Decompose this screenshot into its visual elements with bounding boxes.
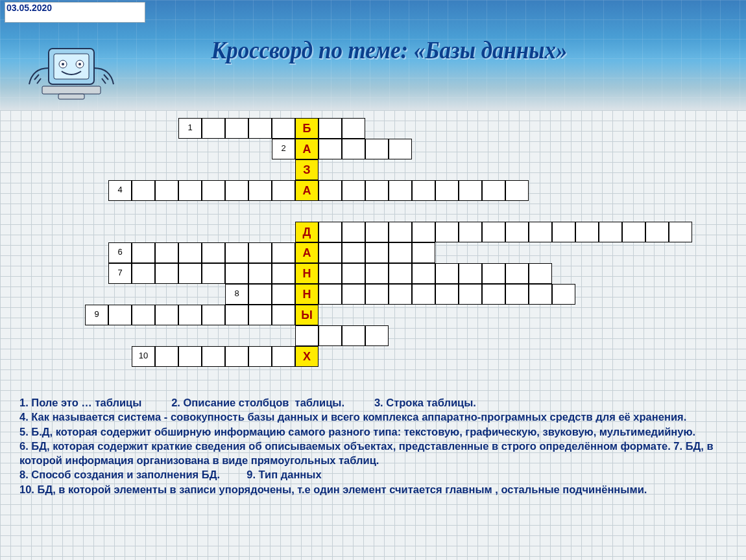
crossword-cell: [365, 242, 389, 263]
crossword-cell: [319, 180, 342, 201]
crossword-cell: [389, 139, 412, 159]
crossword-cell: [435, 180, 459, 201]
crossword-cell: [202, 242, 225, 263]
crossword-cell: [342, 139, 365, 159]
crossword-cell: [319, 242, 342, 263]
crossword-cell: [435, 284, 459, 305]
crossword-cell: [225, 180, 248, 201]
crossword-cell: [529, 222, 552, 242]
clue-3: 3. Строка таблицы.: [374, 397, 476, 408]
crossword-cell: [342, 242, 365, 263]
crossword-cell: [552, 222, 575, 242]
crossword-cell: [459, 180, 482, 201]
crossword-cell: [482, 284, 505, 305]
crossword-cell: [319, 284, 342, 305]
crossword-cell: [202, 305, 225, 325]
clue-10-dot: .: [644, 484, 647, 495]
crossword-cell: [365, 263, 389, 284]
crossword-cell: [412, 284, 435, 305]
crossword-cell: [178, 346, 202, 367]
crossword-cell: [365, 222, 389, 242]
crossword-cell: [482, 180, 505, 201]
row-number: 8: [225, 284, 248, 305]
crossword-cell: [412, 242, 435, 263]
crossword-cell: [365, 325, 389, 346]
crossword-cell: [108, 305, 132, 325]
key-cell: Х: [295, 346, 319, 367]
crossword-cell: [505, 222, 529, 242]
crossword-cell: [342, 222, 365, 242]
crossword-cell: [155, 346, 178, 367]
crossword-cell: [132, 242, 155, 263]
main-area: 1Б2АЗ4АД6А7Н8Н9Ы10Х 1. Поле это … таблиц…: [0, 110, 746, 560]
crossword-cell: [505, 284, 529, 305]
crossword-cell: [155, 263, 178, 284]
clue-6-7: 6. БД, которая содержит краткие сведения…: [19, 440, 714, 466]
crossword-cell: [202, 346, 225, 367]
crossword-cell: [389, 180, 412, 201]
crossword-cell: [155, 242, 178, 263]
crossword-cell: [272, 305, 295, 325]
crossword-cell: [272, 263, 295, 284]
crossword-cell: [225, 263, 248, 284]
crossword-cell: [248, 118, 272, 139]
crossword-cell: [248, 263, 272, 284]
crossword-cell: [295, 325, 319, 346]
crossword-cell: [342, 284, 365, 305]
crossword-cell: [412, 180, 435, 201]
key-cell: Д: [295, 222, 319, 242]
crossword-cell: [389, 242, 412, 263]
clue-5: 5. Б.Д, которая содержит обширную информ…: [19, 426, 695, 438]
key-cell: Б: [295, 118, 319, 139]
crossword-cell: [342, 263, 365, 284]
crossword-cell: [178, 180, 202, 201]
clues-block: 1. Поле это … таблицы 2. Описание столбц…: [19, 395, 727, 496]
crossword-cell: [319, 263, 342, 284]
crossword-cell: [319, 139, 342, 159]
crossword-cell: [132, 305, 155, 325]
crossword-cell: [155, 180, 178, 201]
crossword-cell: [412, 263, 435, 284]
top-banner: 03.05.2020 Кроссворд по теме: «Базы данн…: [0, 0, 746, 111]
clue-10: 10. БД, в которой элементы в записи упор…: [19, 484, 644, 495]
crossword-cell: [272, 118, 295, 139]
crossword-cell: [248, 284, 272, 305]
crossword-cell: [202, 118, 225, 139]
crossword-cell: [505, 180, 529, 201]
crossword-cell: [178, 242, 202, 263]
svg-point-3: [62, 63, 64, 65]
crossword-cell: [248, 346, 272, 367]
crossword-cell: [365, 284, 389, 305]
crossword-cell: [482, 222, 505, 242]
crossword-cell: [132, 180, 155, 201]
crossword-cell: [248, 242, 272, 263]
crossword-cell: [435, 263, 459, 284]
crossword-cell: [272, 242, 295, 263]
crossword-cell: [622, 222, 645, 242]
crossword-cell: [482, 263, 505, 284]
crossword-cell: [178, 263, 202, 284]
crossword-cell: [389, 284, 412, 305]
crossword-cell: [529, 263, 552, 284]
key-cell: Ы: [295, 305, 319, 325]
crossword-cell: [459, 222, 482, 242]
key-cell: А: [295, 139, 319, 159]
crossword-cell: [225, 346, 248, 367]
crossword-cell: [202, 263, 225, 284]
clue-4: 4. Как называется система - совокупность…: [19, 411, 686, 423]
svg-point-5: [78, 63, 81, 65]
crossword-cell: [248, 305, 272, 325]
crossword-cell: [365, 180, 389, 201]
crossword-cell: [669, 222, 692, 242]
crossword-cell: [248, 180, 272, 201]
date-text: 03.05.2020: [6, 3, 52, 13]
crossword-cell: [202, 180, 225, 201]
row-number: 9: [85, 305, 108, 325]
clue-2: 2. Описание столбцов таблицы.: [171, 397, 344, 408]
crossword-cell: [319, 118, 342, 139]
crossword-cell: [319, 222, 342, 242]
crossword-cell: [412, 222, 435, 242]
row-number: 1: [178, 118, 202, 139]
key-cell: Н: [295, 263, 319, 284]
key-cell: Н: [295, 284, 319, 305]
